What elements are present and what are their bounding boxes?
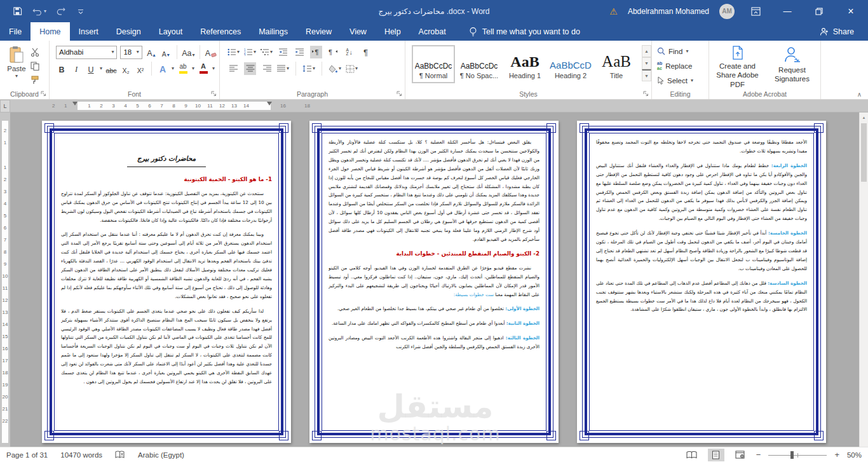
find-button[interactable]: Find ▾ (657, 44, 706, 58)
subscript-button[interactable]: X₂ (120, 62, 132, 75)
tab-insert[interactable]: Insert (70, 22, 107, 41)
tab-layout[interactable]: Layout (150, 22, 192, 41)
word-count[interactable]: 10470 words (60, 451, 102, 459)
close-button[interactable]: × (840, 0, 862, 22)
bold-button[interactable]: B (56, 62, 67, 75)
shrink-font-button[interactable]: A▾ (160, 46, 172, 58)
align-left-button[interactable] (227, 62, 240, 75)
redo-button[interactable] (57, 7, 67, 16)
change-case-button[interactable]: Aa▾ (182, 46, 194, 58)
style-normal[interactable]: AaBbCcDc ¶ Normal (412, 45, 455, 83)
font-color-button[interactable]: A (198, 62, 209, 75)
borders-button[interactable]: ▾ (346, 62, 358, 75)
sort-button[interactable]: AZ ↓ (343, 46, 355, 58)
text-highlight-button[interactable]: ab (177, 62, 189, 75)
italic-button[interactable]: I (71, 62, 82, 75)
vertical-scrollbar[interactable]: ▲ (859, 112, 868, 447)
paste-dropdown-icon[interactable]: ▾ (15, 74, 18, 79)
decrease-indent-button[interactable] (277, 46, 289, 58)
minimize-button[interactable]: — (776, 0, 798, 22)
shading-button[interactable]: ▾ (329, 62, 341, 75)
page-3-content[interactable]: الأجعد مقطعًا ونظيفًا ووضعة في صندوق الت… (596, 138, 807, 426)
font-size-combo[interactable]: 18 ▾ (120, 46, 142, 59)
tab-help[interactable]: Help (376, 22, 410, 41)
tab-mailings[interactable]: Mailings (250, 22, 297, 41)
indent-marker[interactable] (267, 102, 272, 105)
web-layout-button[interactable] (732, 449, 749, 461)
superscript-button[interactable]: X² (135, 62, 146, 75)
tab-home[interactable]: Home (31, 22, 69, 41)
customize-quick-access-button[interactable] (77, 8, 85, 15)
right-to-left-text-direction-button[interactable]: ¶ (327, 46, 339, 58)
avatar[interactable]: AM (719, 4, 735, 19)
underline-button[interactable]: U (85, 62, 97, 75)
scrollbar-up-icon[interactable]: ▲ (860, 112, 868, 122)
style-heading1[interactable]: AaB Heading 1 (503, 45, 546, 83)
zoom-out-button[interactable]: − (756, 450, 761, 459)
styles-scroll-down-button[interactable]: ▼ (642, 57, 651, 69)
select-button[interactable]: Select ▾ (657, 73, 706, 88)
save-button[interactable] (13, 6, 22, 16)
font-size-dropdown-icon[interactable]: ▾ (137, 50, 139, 55)
page-1-content[interactable]: محاضرات دكتور بيرج 1- ما هو الكيتو - الح… (61, 138, 272, 426)
font-name-dropdown-icon[interactable]: ▾ (111, 50, 114, 55)
styles-more-button[interactable]: ▼ (642, 69, 651, 81)
page-2-content[interactable]: يقلق البعض فيتساءل: هل سأخسر الكتلة العض… (329, 138, 539, 426)
font-color-dropdown-icon[interactable]: ▾ (212, 66, 215, 71)
highlight-dropdown-icon[interactable]: ▾ (192, 66, 194, 71)
align-right-button[interactable] (261, 62, 273, 75)
zoom-in-button[interactable]: + (834, 450, 839, 459)
tab-view[interactable]: View (341, 22, 376, 41)
cut-button[interactable] (31, 48, 39, 57)
format-painter-button[interactable] (31, 76, 39, 85)
style-title[interactable]: AaB Title (595, 45, 638, 83)
line-spacing-button[interactable]: ▾ (302, 62, 315, 75)
show-hide-marks-button[interactable]: ¶ (360, 46, 372, 58)
left-to-right-text-direction-button[interactable]: ¶ (310, 46, 322, 58)
font-name-combo[interactable]: Aldhabi ▾ (56, 46, 117, 59)
strikethrough-button[interactable]: abc (105, 62, 117, 75)
proofing-status-button[interactable] (115, 451, 125, 459)
undo-button[interactable]: ▾ (32, 7, 46, 16)
bullets-button[interactable]: ▾ (227, 46, 240, 58)
increase-indent-button[interactable] (294, 46, 306, 58)
horizontal-ruler[interactable]: L 2 1 1234567891011121314 16 18 (0, 100, 868, 112)
tab-acrobat[interactable]: Acrobat (410, 22, 455, 41)
ribbon-display-options-button[interactable] (745, 0, 766, 22)
paste-button[interactable]: Paste ▾ (3, 44, 31, 89)
zoom-slider-thumb[interactable] (790, 451, 794, 459)
underline-dropdown-icon[interactable]: ▾ (100, 66, 102, 71)
account-user-name[interactable]: Abdelrahman Mohamed (628, 7, 709, 16)
read-mode-button[interactable] (684, 449, 700, 461)
tab-review[interactable]: Review (297, 22, 341, 41)
page-indicator[interactable]: Page 1 of 31 (6, 451, 48, 459)
print-layout-button[interactable] (708, 449, 724, 461)
tab-design[interactable]: Design (107, 22, 150, 41)
collapse-ribbon-button[interactable]: ∧ (857, 91, 862, 98)
undo-dropdown-icon[interactable]: ▾ (44, 9, 46, 14)
notification-warning-icon[interactable]: ⚠ (609, 6, 618, 17)
tab-references[interactable]: References (191, 22, 250, 41)
align-center-button[interactable] (244, 62, 256, 75)
text-effects-dropdown-icon[interactable]: ▾ (172, 66, 174, 71)
scrollbar-thumb[interactable] (861, 123, 867, 182)
multilevel-list-button[interactable]: ▾ (261, 46, 273, 58)
tell-me-box[interactable]: Tell me what you want to do (469, 22, 580, 41)
replace-button[interactable]: ab ac Replace (657, 58, 706, 73)
text-effects-button[interactable]: A (157, 62, 168, 75)
share-button[interactable]: Share (820, 22, 868, 41)
restore-button[interactable] (808, 0, 830, 22)
language-indicator[interactable]: Arabic (Egypt) (138, 451, 184, 459)
clear-formatting-button[interactable]: A (205, 46, 217, 58)
justify-button[interactable]: ▾ (277, 62, 289, 75)
copy-button[interactable] (31, 62, 39, 71)
indent-marker[interactable] (72, 102, 78, 105)
numbering-button[interactable]: 123 ▾ (244, 46, 256, 58)
style-heading2[interactable]: AaBbCcD Heading 2 (549, 45, 592, 83)
grow-font-button[interactable]: A▴ (146, 46, 157, 58)
tab-stop-selector[interactable]: L (0, 100, 10, 112)
zoom-slider[interactable] (768, 451, 827, 459)
request-signatures-button[interactable]: Request Signatures (767, 44, 818, 89)
tab-file[interactable]: File (0, 22, 31, 41)
style-no-spacing[interactable]: AaBbCcDc ¶ No Spac... (458, 45, 501, 83)
